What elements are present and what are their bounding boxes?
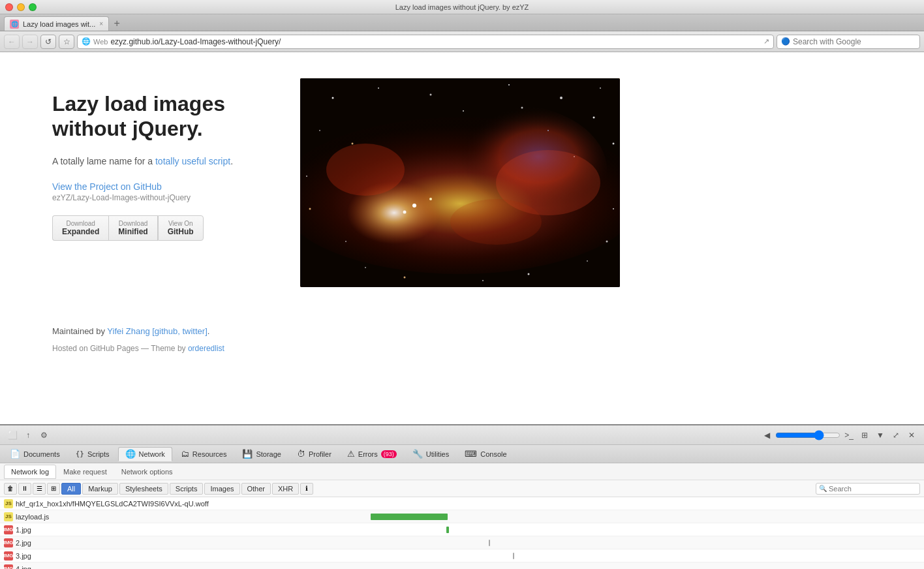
maximize-window-button[interactable] [29,3,37,11]
svg-point-12 [593,117,595,119]
network-row[interactable]: IMG 1.jpg [0,523,924,536]
nebula-image [300,78,620,287]
tab-close-button[interactable]: × [99,20,103,27]
network-icon: 🌐 [125,449,136,459]
devtools-toolbar-left: ⬜ ↑ ⚙ [5,428,51,442]
download-minified-button[interactable]: Download Minified [108,215,157,241]
subtab-make-request[interactable]: Make request [56,465,114,479]
svg-point-33 [450,199,542,245]
svg-point-8 [560,97,562,99]
project-github-link[interactable]: View the Project on GitHub [52,181,261,192]
utilities-icon: 🔧 [412,449,423,459]
subtab-network-log[interactable]: Network log [4,465,56,479]
tab-resources[interactable]: 🗂 Resources [174,447,234,461]
network-row[interactable]: JS hkf_qr1x_hox1xh/fHMQYELGSLdCA2TWI9SI6… [0,497,924,510]
address-input[interactable] [110,37,761,46]
orderedlist-link[interactable]: orderedlist [188,344,224,353]
resource-type-icon: JS [4,499,13,508]
devtools-layout-button[interactable]: ⊞ [857,428,872,442]
back-button[interactable]: ← [4,35,20,49]
bookmark-icon: ☆ [63,37,70,46]
grid-view-button[interactable]: ⊞ [47,483,60,495]
devtools-size-slider[interactable] [775,430,840,440]
share-icon[interactable]: ↗ [763,37,769,46]
tab-bar: 🌐 Lazy load images wit... × + [0,14,924,31]
devtools-settings-button[interactable]: ⚙ [37,428,51,442]
resource-type-icon: IMG [4,564,13,570]
reload-button[interactable]: ↺ [40,35,56,49]
network-timeline [368,562,920,569]
tagline-link[interactable]: totally useful script [155,156,230,166]
reload-icon: ↺ [45,37,52,46]
forward-button[interactable]: → [22,35,38,49]
errors-badge: (93) [381,450,397,458]
navigation-bar: ← → ↺ ☆ 🌐 Web ↗ 🔵 [0,31,924,52]
view-github-button[interactable]: View On GitHub [158,215,204,241]
search-bar[interactable]: 🔵 [777,35,920,49]
devtools-console-button[interactable]: >_ [842,428,856,442]
filter-all-button[interactable]: All [61,483,81,495]
tab-errors[interactable]: ⚠ Errors (93) [340,447,404,461]
hosted-text: Hosted on GitHub Pages — Theme by ordere… [52,344,872,353]
new-tab-button[interactable]: + [109,16,125,31]
svg-point-22 [528,273,530,275]
address-bar[interactable]: 🌐 Web ↗ [77,35,774,49]
download-expanded-button[interactable]: Download Expanded [52,215,108,241]
resource-type-icon: IMG [4,538,13,547]
resource-type-icon: IMG [4,551,13,561]
devtools-detach-button[interactable]: ⤢ [889,428,903,442]
filter-other-button[interactable]: Other [241,483,271,495]
filter-buttons: 🗑 ⏸ ☰ ⊞ All Markup Stylesheets Scripts I… [4,483,313,495]
window-title: Lazy load images without jQuery. by ezYZ [395,3,529,11]
network-timeline [368,536,920,549]
page-title: Lazy load images without jQuery. [52,91,261,142]
network-row[interactable]: IMG 4.jpg [0,562,924,569]
devtools-resize-left[interactable]: ◀ [760,428,774,442]
pause-network-button[interactable]: ⏸ [18,483,31,495]
project-sub: ezYZ/Lazy-Load-Images-without-jQuery [52,193,261,202]
minimize-window-button[interactable] [17,3,25,11]
devtools-pop-button[interactable]: ↑ [21,428,35,442]
network-filename: 1.jpg [16,526,368,534]
bookmark-button[interactable]: ☆ [59,35,74,49]
tab-scripts[interactable]: {} Scripts [69,447,117,461]
filter-scripts-button[interactable]: Scripts [170,483,204,495]
svg-point-18 [345,241,346,242]
search-input[interactable] [793,37,916,46]
tab-documents[interactable]: 📄 Documents [3,447,67,461]
network-row[interactable]: IMG 2.jpg [0,536,924,549]
tab-storage[interactable]: 💾 Storage [235,447,288,461]
filter-stylesheets-button[interactable]: Stylesheets [119,483,168,495]
filter-xhr-button[interactable]: XHR [272,483,299,495]
filter-images-button[interactable]: Images [204,483,239,495]
tab-network[interactable]: 🌐 Network [118,447,172,461]
close-window-button[interactable] [5,3,13,11]
svg-point-27 [521,107,523,109]
documents-icon: 📄 [10,449,20,459]
filter-network-button[interactable]: ☰ [33,483,46,495]
clear-network-button[interactable]: 🗑 [4,483,17,495]
devtools-close-button[interactable]: ✕ [904,428,919,442]
filter-markup-button[interactable]: Markup [82,483,118,495]
network-row[interactable]: JS lazyload.js [0,510,924,523]
network-row[interactable]: IMG 3.jpg [0,549,924,562]
network-search-input[interactable] [829,485,917,493]
window-controls[interactable] [5,3,37,11]
browser-tab[interactable]: 🌐 Lazy load images wit... × [4,16,109,31]
network-search-wrap[interactable]: 🔍 [816,483,920,495]
network-timeline [368,510,920,523]
tab-console[interactable]: ⌨ Console [457,447,514,461]
filter-extra-button[interactable]: ℹ [300,483,313,495]
svg-point-20 [606,241,608,243]
devtools-dock-button[interactable]: ⬜ [5,428,20,442]
tab-profiler[interactable]: ⏱ Profiler [290,447,339,461]
tab-utilities[interactable]: 🔧 Utilities [405,447,456,461]
maintained-link[interactable]: Yifei Zhang [github, twitter] [107,326,207,336]
timeline-bar [489,540,490,546]
network-filename: 4.jpg [16,565,368,570]
subtab-network-options[interactable]: Network options [114,465,180,479]
network-filename: 2.jpg [16,539,368,547]
svg-point-15 [613,143,615,145]
page-right-content [300,78,731,287]
devtools-more-button[interactable]: ▼ [873,428,887,442]
